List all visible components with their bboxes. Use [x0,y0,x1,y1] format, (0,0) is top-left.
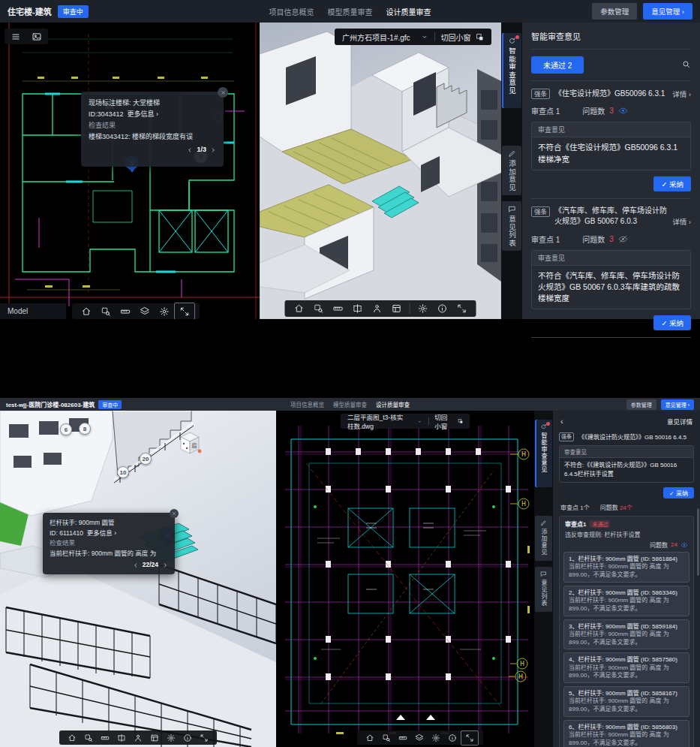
issue-marker-8[interactable]: 8 [79,423,91,435]
settings-button[interactable] [163,731,179,745]
back-button[interactable]: ‹ [560,417,563,425]
layers-menu-button[interactable] [6,29,26,44]
cad-drawing[interactable]: H H H H [276,411,534,747]
opinion-manage-button[interactable]: 意见管理 › [661,399,694,410]
switch-small-window-button[interactable]: 切回小窗 [441,32,471,43]
bim-3d-render[interactable] [0,411,276,747]
window-switch-icon[interactable] [458,417,463,425]
home-button[interactable] [64,731,80,745]
tab-design-quality[interactable]: 设计质量审查 [376,400,410,408]
issue-list-item[interactable]: 3、栏杆扶手: 900mm 圆管 (ID: 5859184) 当前栏杆扶手: 9… [563,619,689,650]
tab-design-quality[interactable]: 设计质量审查 [386,6,431,17]
select-zoom-button[interactable] [378,731,395,745]
window-switch-icon[interactable] [476,33,484,41]
layers-button[interactable] [411,731,428,745]
chevron-down-icon[interactable] [417,418,422,425]
fullscreen-button[interactable] [196,731,212,745]
more-info-link[interactable]: 更多信息 › [87,529,116,537]
search-button[interactable] [681,59,691,72]
model-file-name[interactable]: 广州方石项目-1#.gfc [342,32,410,43]
tooltip-close-button[interactable] [170,509,179,518]
tab-model-quality[interactable]: 模型质量审查 [328,6,373,17]
detail-link[interactable]: 详情 › [672,217,691,227]
tooltip-close-button[interactable] [218,87,228,98]
settings-button[interactable] [413,301,433,317]
component-list-button[interactable] [146,731,163,745]
issue-list-item[interactable]: 1、栏杆扶手: 900mm 圆管 (ID: 5861884) 当前栏杆扶手: 9… [563,552,689,583]
accept-button[interactable]: ✓ 采纳 [663,487,694,499]
drawing-file-name[interactable]: 二层平面图_t3-核实柱数.dwg [347,412,408,430]
measure-button[interactable] [329,301,348,317]
cad-2d-viewport[interactable]: 现场标注楼梯: 大堂楼梯 ID:3043412 更多信息 › 检查结果 楼梯30… [0,23,260,319]
accept-button[interactable]: ✓ 采纳 [653,176,691,191]
issue-marker-10[interactable]: 10 [117,466,129,478]
component-list-button[interactable] [387,301,407,317]
pager-next-icon[interactable] [162,562,168,568]
tab-project-info[interactable]: 项目信息概览 [290,400,324,408]
params-manage-button[interactable]: 参数管理 [592,3,637,20]
measure-button[interactable] [395,731,411,745]
info-button[interactable] [179,731,196,745]
tab-model-quality[interactable]: 模型质量审查 [333,400,367,408]
more-info-link[interactable]: 更多信息 › [128,110,159,118]
bim-3d-render[interactable] [260,23,501,319]
issue-list-item[interactable]: 2、栏杆扶手: 900mm 圆管 (ID: 5863346) 当前栏杆扶手: 9… [563,586,689,616]
fullscreen-button[interactable] [452,301,472,317]
issue-marker-20[interactable]: 20 [140,453,152,465]
settings-button[interactable] [155,303,174,319]
cad-2d-viewport[interactable]: H H H H 二层平面图_t3-核实柱数.dwg 切回小窗 [276,411,534,747]
info-button[interactable] [433,301,452,317]
pager-prev-icon[interactable] [133,562,139,568]
accept-button[interactable]: ✓ 采纳 [653,315,691,330]
section-box-button[interactable] [113,731,130,745]
model-tab[interactable]: Model [0,303,66,319]
issue-marker-6[interactable]: 6 [60,423,72,435]
panel-scrollbar[interactable] [697,508,699,576]
pager-prev-icon[interactable] [187,147,193,153]
params-manage-button[interactable]: 参数管理 [626,399,656,410]
visibility-toggle[interactable] [618,234,628,244]
bim-3d-viewport[interactable]: 广州方石项目-1#.gfc 切回小窗 [260,23,501,319]
select-zoom-button[interactable] [309,301,329,317]
image-view-button[interactable] [27,29,47,44]
section-box-icon [117,733,126,742]
switch-small-window-button[interactable]: 切回小窗 [434,412,453,430]
measure-button[interactable] [97,731,113,745]
side-tab-smart-review[interactable]: 智能审查意见 [502,33,521,108]
issue-list-item[interactable]: 5、栏杆扶手: 900mm 圆管 (ID: 5858167) 当前栏杆扶手: 9… [563,686,689,717]
select-zoom-button[interactable] [80,731,97,745]
fullscreen-button[interactable] [174,303,195,319]
pager-next-icon[interactable] [210,147,216,153]
section-box-button[interactable] [348,301,368,317]
side-tab-opinion-list[interactable]: 意见列表 [502,201,521,251]
visibility-toggle[interactable] [618,106,628,116]
info-button[interactable] [444,731,461,745]
side-tab-smart-review[interactable]: 智能审查意见 [535,420,552,487]
home-button[interactable] [290,301,309,317]
walkthrough-button[interactable] [368,301,387,317]
fail-badge: 未通过 [590,520,610,528]
view-cube[interactable]: 后 [177,430,203,457]
settings-button[interactable] [428,731,444,745]
failed-filter-button[interactable]: 未通过 2 [531,56,584,74]
walkthrough-button[interactable] [130,731,146,745]
tab-project-info[interactable]: 项目信息概览 [269,6,314,17]
detail-link[interactable]: 详情 › [672,89,691,100]
issue-list-item[interactable]: 6、栏杆扶手: 900mm 圆管 (ID: 5856803) 当前栏杆扶手: 9… [563,720,689,747]
bim-3d-viewport[interactable]: 后 6 8 10 20 22 栏杆扶手: 900mm 圆管 ID: 611141… [0,411,276,747]
section-box-icon [353,303,363,314]
fullscreen-button[interactable] [461,730,479,745]
home-button[interactable] [362,731,378,745]
side-tab-opinion-list[interactable]: 意见列表 [535,567,552,612]
select-zoom-button[interactable] [96,303,116,319]
layers-button[interactable] [135,303,155,319]
issue-count: 3 [609,107,614,115]
opinion-manage-button[interactable]: 意见管理 › [643,3,692,20]
visibility-toggle[interactable] [680,541,688,549]
issue-list-item[interactable]: 4、栏杆扶手: 900mm 圆管 (ID: 5857580) 当前栏杆扶手: 9… [563,652,689,683]
side-tab-add-opinion[interactable]: 添加意见 [502,146,521,195]
measure-button[interactable] [116,303,135,319]
home-button[interactable] [77,303,96,319]
side-tab-add-opinion[interactable]: 添加意见 [535,516,552,561]
chevron-down-icon[interactable] [421,33,428,41]
